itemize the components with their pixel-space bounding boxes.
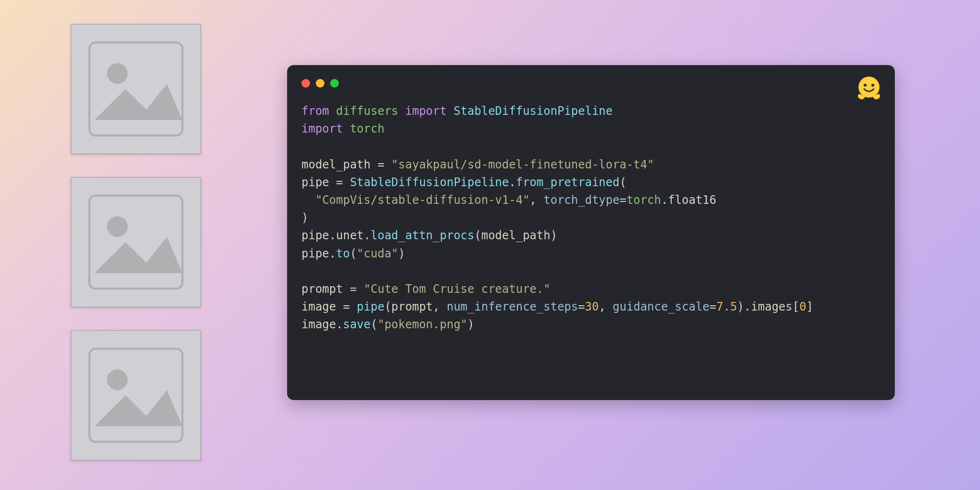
window-traffic-lights <box>301 77 880 90</box>
code-token: = <box>710 300 716 313</box>
code-token: , <box>433 300 447 313</box>
code-token: load_attn_procs <box>371 229 475 242</box>
code-block: from diffusers import StableDiffusionPip… <box>301 102 880 334</box>
code-token: 7.5 <box>716 300 737 313</box>
code-token: guidance_scale <box>612 300 709 313</box>
window-zoom-icon[interactable] <box>330 79 339 88</box>
svg-point-8 <box>871 84 874 87</box>
code-token: torch <box>626 193 661 207</box>
code-token: image <box>301 318 336 331</box>
code-token: . <box>336 318 343 331</box>
code-token: , <box>599 300 612 313</box>
code-token: ) <box>737 300 744 313</box>
code-token: = <box>620 193 626 207</box>
code-token: . <box>329 229 336 242</box>
code-token: prompt <box>391 300 433 313</box>
code-token: "cuda" <box>357 247 399 260</box>
window-close-icon[interactable] <box>301 79 310 88</box>
code-token: ( <box>474 229 481 242</box>
code-token: image <box>301 300 336 313</box>
code-token: StableDiffusionPipeline <box>454 104 612 118</box>
code-token: 30 <box>585 300 599 313</box>
code-token: = <box>371 158 391 171</box>
code-token: = <box>329 176 350 189</box>
code-token: images <box>751 300 792 313</box>
code-token: "Cute Tom Cruise creature." <box>364 282 550 296</box>
code-token: pipe <box>357 300 385 313</box>
window-minimize-icon[interactable] <box>316 79 324 88</box>
code-token: ( <box>371 318 378 331</box>
svg-point-7 <box>864 84 867 87</box>
code-token: = <box>578 300 585 313</box>
code-token: ] <box>806 300 813 313</box>
code-token: [ <box>792 300 799 313</box>
code-token: ( <box>620 176 626 189</box>
code-token: ) <box>468 318 474 331</box>
code-token: . <box>744 300 751 313</box>
code-token: StableDiffusionPipeline <box>350 176 509 189</box>
code-token: ) <box>550 229 557 242</box>
code-token: = <box>343 282 364 296</box>
code-token: torch <box>350 122 384 135</box>
svg-point-5 <box>107 369 128 390</box>
code-token: "pokemon.png" <box>378 318 468 331</box>
code-token: . <box>329 247 336 260</box>
svg-point-3 <box>107 216 128 237</box>
code-token: save <box>343 318 371 331</box>
code-token: model_path <box>481 229 551 242</box>
code-token: num_inference_steps <box>446 300 578 313</box>
code-token: . <box>364 229 370 242</box>
code-token: pipe <box>301 176 329 189</box>
code-token: ) <box>301 211 308 224</box>
generated-image-1 <box>71 24 201 154</box>
code-token: prompt <box>301 282 343 296</box>
code-token: float16 <box>668 193 716 207</box>
svg-point-6 <box>858 77 880 98</box>
code-token: "CompVis/stable-diffusion-v1-4" <box>315 193 530 207</box>
code-token: . <box>509 176 516 189</box>
hugging-face-icon <box>854 73 884 103</box>
code-editor-window: from diffusers import StableDiffusionPip… <box>287 65 895 400</box>
code-token: pipe <box>301 229 329 242</box>
code-token: torch_dtype <box>544 193 620 207</box>
code-token: unet <box>336 229 364 242</box>
code-token: ) <box>398 247 405 260</box>
code-token: "sayakpaul/sd-model-finetuned-lora-t4" <box>391 158 654 171</box>
code-token <box>301 193 315 207</box>
code-token: from <box>301 104 329 118</box>
code-token: pipe <box>301 247 329 260</box>
code-token: . <box>661 193 668 207</box>
code-token: model_path <box>301 158 371 171</box>
generated-image-3 <box>71 330 201 460</box>
code-token: from_pretrained <box>516 176 620 189</box>
generated-image-2 <box>71 177 201 307</box>
code-token: import <box>301 122 343 135</box>
code-token: , <box>530 193 544 207</box>
code-token: 0 <box>799 300 806 313</box>
code-token: diffusers <box>336 104 398 118</box>
code-token: ( <box>350 247 356 260</box>
svg-point-1 <box>107 63 128 84</box>
code-token: to <box>336 247 350 260</box>
code-token: ( <box>384 300 391 313</box>
code-token: import <box>405 104 447 118</box>
code-token: = <box>336 300 356 313</box>
